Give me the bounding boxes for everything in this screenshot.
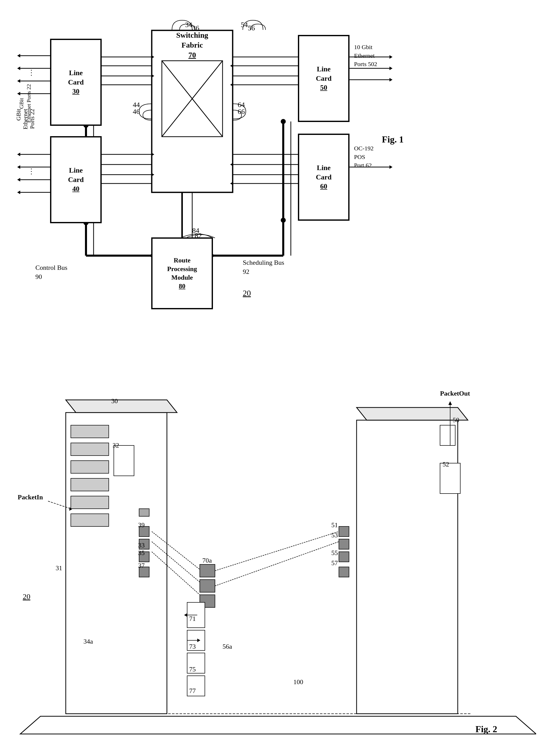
scheduling-bus-label: Scheduling Bus92 — [243, 258, 284, 277]
fig2-label: Fig. 2 — [475, 724, 497, 734]
ref2-55: 55 — [331, 549, 338, 557]
svg-marker-14 — [151, 74, 154, 78]
lc30-box: LineCard30 — [51, 39, 101, 125]
rpm80-number: 80 — [179, 282, 185, 290]
svg-marker-73 — [17, 153, 20, 156]
lc40-number: 40 — [72, 185, 79, 193]
svg-rect-105 — [71, 496, 109, 509]
svg-point-49 — [281, 218, 286, 223]
svg-line-133 — [215, 532, 339, 571]
svg-marker-35 — [230, 83, 233, 87]
lc50-number: 50 — [320, 84, 327, 91]
svg-line-130 — [152, 532, 200, 569]
system-num-text: 20 — [243, 289, 251, 298]
svg-rect-104 — [71, 478, 109, 491]
svg-rect-114 — [200, 580, 215, 592]
svg-marker-100 — [356, 407, 468, 420]
svg-marker-79 — [17, 178, 20, 181]
svg-marker-98 — [66, 400, 177, 413]
ref2-77: 77 — [189, 687, 196, 695]
gbit-label2: GBitEthernet Ports 22 — [18, 78, 32, 129]
ref2-52: 52 — [443, 461, 449, 468]
oc192-label: OC-192POSPort 62 — [354, 144, 373, 170]
svg-rect-103 — [71, 461, 109, 473]
svg-marker-20 — [151, 153, 154, 156]
ref2-31: 31 — [56, 564, 62, 572]
ref2-30: 30 — [111, 397, 118, 405]
svg-line-4 — [162, 61, 223, 137]
ref2-39: 39 — [138, 521, 145, 529]
lc30-number: 30 — [72, 87, 79, 95]
page: LineCard30 LineCard40 SwitchingFabric70 … — [0, 0, 546, 756]
dots-lc40: ⋮ — [28, 167, 35, 175]
control-bus-label: Control Bus90 — [35, 263, 67, 282]
svg-rect-120 — [339, 526, 349, 537]
svg-line-132 — [152, 552, 200, 595]
svg-marker-24 — [151, 173, 154, 176]
ref2-57: 57 — [331, 559, 338, 567]
svg-rect-115 — [200, 595, 215, 607]
rpm80-box: RouteProcessingModule80 — [152, 238, 213, 309]
ref2-37: 37 — [138, 562, 145, 569]
ref2-34a: 34a — [84, 638, 93, 645]
sf70-label: SwitchingFabric70 — [152, 30, 233, 59]
lc40-box: LineCard40 — [51, 137, 101, 223]
fig2-container: PacketIn PacketOut 30 31 32 33 34a 35 37… — [15, 375, 536, 744]
svg-marker-95 — [389, 165, 392, 169]
ref2-35: 35 — [138, 549, 145, 557]
lc50-box: LineCard50 — [298, 35, 349, 121]
svg-marker-61 — [17, 54, 20, 57]
ref2-73: 73 — [189, 643, 196, 650]
fig2-system-text: 20 — [23, 592, 30, 601]
ref-34: 34 — [185, 21, 192, 29]
svg-rect-106 — [71, 514, 109, 526]
ethernet-10g-label: 10 GbitEthernetPorts 502 — [354, 43, 377, 69]
svg-line-3 — [162, 61, 223, 137]
ref2-50: 50 — [453, 416, 459, 424]
svg-marker-129 — [448, 401, 452, 405]
ref2-71: 71 — [189, 615, 196, 623]
fig2-system-num: 20 — [23, 592, 30, 601]
svg-rect-113 — [200, 564, 215, 577]
system-num-20: 20 — [243, 289, 251, 298]
packet-in-label: PacketIn — [18, 494, 43, 501]
ref-66: 66 — [238, 108, 245, 116]
svg-marker-76 — [17, 165, 20, 169]
ref2-100: 100 — [293, 678, 303, 686]
svg-marker-31 — [230, 64, 233, 68]
ref-82: 82 — [195, 232, 202, 240]
svg-marker-139 — [197, 639, 200, 642]
lc60-box: LineCard60 — [298, 134, 349, 220]
svg-rect-112 — [139, 509, 149, 516]
svg-rect-102 — [71, 443, 109, 456]
svg-rect-121 — [339, 539, 349, 549]
svg-marker-97 — [66, 413, 167, 714]
svg-rect-5 — [162, 61, 223, 137]
svg-line-131 — [152, 542, 200, 582]
ref2-70a: 70a — [202, 557, 212, 564]
ref2-51: 51 — [331, 521, 338, 529]
ports52-ref: 50 — [368, 61, 374, 67]
svg-marker-43 — [230, 182, 233, 185]
dots-lc30: ⋮ — [28, 68, 35, 77]
svg-rect-101 — [71, 425, 109, 438]
sf70-number: 70 — [189, 51, 196, 59]
svg-marker-127 — [69, 507, 72, 511]
svg-rect-125 — [440, 425, 455, 445]
fig1-label: Fig. 1 — [382, 134, 404, 145]
svg-line-126 — [48, 501, 71, 509]
ref-54: 54 — [241, 21, 248, 29]
svg-marker-82 — [17, 191, 20, 194]
svg-rect-123 — [339, 567, 349, 577]
svg-marker-64 — [17, 67, 20, 70]
svg-marker-39 — [230, 163, 233, 166]
ref-46: 46 — [133, 108, 140, 116]
ref-56: 56 — [248, 24, 255, 32]
lc60-number: 60 — [320, 182, 327, 190]
ref2-56a: 56a — [223, 643, 232, 650]
svg-marker-96 — [20, 716, 536, 734]
svg-marker-89 — [389, 67, 392, 70]
svg-rect-107 — [114, 445, 134, 476]
svg-line-134 — [215, 542, 339, 586]
ref-36: 36 — [192, 24, 199, 32]
